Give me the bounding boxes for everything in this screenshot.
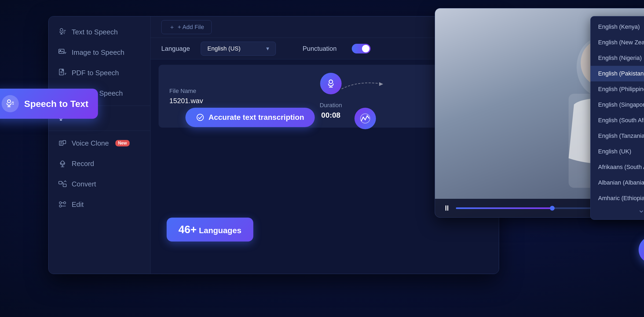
svg-point-42 xyxy=(59,205,61,207)
dropdown-item-6[interactable]: English (South Africa) xyxy=(591,113,644,128)
video-progress-fill xyxy=(456,207,552,209)
file-name-section: File Name 15201.wav xyxy=(169,88,203,105)
languages-badge: 46+ Languages xyxy=(167,218,253,242)
sidebar-label-text-to-speech: Text to Speech xyxy=(72,28,118,36)
dropdown-item-2[interactable]: English (Nigeria) xyxy=(591,50,644,66)
svg-point-0 xyxy=(60,28,63,31)
chevron-down-icon: ▾ xyxy=(266,45,269,52)
dashed-arrow xyxy=(342,81,385,97)
sidebar-item-convert[interactable]: Convert xyxy=(49,174,150,194)
sidebar-label-pdf-to-speech: PDF to Speech xyxy=(72,69,119,77)
svg-marker-47 xyxy=(379,82,383,86)
sidebar-label-voice-clone: Voice Clone xyxy=(72,139,109,147)
duration-section: Duration 00:08 xyxy=(320,73,342,120)
sidebar-item-text-to-speech[interactable]: Text to Speech xyxy=(49,22,150,42)
sidebar-item-edit[interactable]: Edit xyxy=(49,194,150,215)
notification-icon[interactable]: T xyxy=(639,236,644,263)
new-badge: New xyxy=(115,140,130,146)
selected-language-text: English (US) xyxy=(207,45,240,52)
record-icon xyxy=(58,159,67,168)
scene: Text to Speech Image to Speech xyxy=(0,0,644,317)
accurate-badge: Accurate text transcription xyxy=(185,108,315,127)
svg-point-55 xyxy=(8,100,10,103)
sidebar-item-image-to-speech[interactable]: Image to Speech xyxy=(49,42,150,63)
dropdown-item-4[interactable]: English (Philippines) xyxy=(591,81,644,97)
edit-icon xyxy=(58,200,67,209)
sidebar-label-image-to-speech: Image to Speech xyxy=(72,48,125,57)
svg-point-53 xyxy=(361,114,370,123)
dropdown-item-9[interactable]: Afrikaans (South Africa) xyxy=(591,159,644,175)
pdf-speech-icon xyxy=(58,69,67,77)
app-window: Text to Speech Image to Speech xyxy=(48,16,499,274)
svg-rect-38 xyxy=(63,184,66,187)
punctuation-label: Punctuation xyxy=(303,45,337,52)
svg-point-44 xyxy=(329,80,333,84)
duration-label: Duration xyxy=(320,102,342,109)
sidebar-label-convert: Convert xyxy=(72,180,96,188)
svg-point-34 xyxy=(61,161,64,164)
accurate-text: Accurate text transcription xyxy=(208,113,304,122)
language-dropdown: English (Kenya) English (New Zealand) En… xyxy=(590,16,644,220)
language-select[interactable]: English (US) ▾ xyxy=(201,42,276,56)
dropdown-item-8[interactable]: English (UK) xyxy=(591,144,644,159)
languages-text: Languages xyxy=(199,226,241,235)
pause-button[interactable]: ⏸ xyxy=(443,204,451,212)
sidebar-item-record[interactable]: Record xyxy=(49,153,150,174)
file-name-value: 15201.wav xyxy=(169,97,203,105)
language-label: Language xyxy=(161,45,190,52)
dropdown-item-0[interactable]: English (Kenya) xyxy=(591,19,644,35)
mic-circle-icon xyxy=(320,73,342,94)
punctuation-toggle[interactable] xyxy=(352,44,371,53)
svg-point-54 xyxy=(197,114,203,121)
dropdown-scroll-down[interactable] xyxy=(591,206,644,217)
speech-text-btn-icon xyxy=(2,95,19,112)
sidebar-item-voice-clone[interactable]: Voice Clone New xyxy=(49,133,150,153)
svg-point-40 xyxy=(64,202,66,204)
voice-clone-icon xyxy=(58,139,67,147)
languages-num: 46+ xyxy=(178,224,197,235)
svg-point-39 xyxy=(59,202,61,204)
plus-icon: ＋ xyxy=(169,23,175,31)
image-speech-icon xyxy=(58,48,67,57)
svg-rect-37 xyxy=(59,181,62,184)
add-file-button[interactable]: ＋ + Add File xyxy=(161,20,212,34)
speech-to-text-label: Speech to Text xyxy=(24,99,88,109)
speech-to-text-button[interactable]: Speech to Text xyxy=(0,89,98,119)
dropdown-item-10[interactable]: Albanian (Albania) xyxy=(591,175,644,190)
checkmark-circle-icon xyxy=(196,113,204,121)
dropdown-item-5[interactable]: English (Singapore) xyxy=(591,97,644,113)
dropdown-item-1[interactable]: English (New Zealand) xyxy=(591,35,644,50)
equalizer-icon xyxy=(354,108,376,129)
sidebar-label-edit: Edit xyxy=(72,200,84,209)
sidebar-divider-2 xyxy=(49,131,150,131)
video-progress-dot xyxy=(550,206,555,211)
svg-rect-33 xyxy=(63,141,66,144)
add-file-label: + Add File xyxy=(178,24,204,31)
dropdown-item-11[interactable]: Amharic (Ethiopia) xyxy=(591,190,644,206)
sidebar: Text to Speech Image to Speech xyxy=(49,16,151,274)
dropdown-item-7[interactable]: English (Tanzania) xyxy=(591,128,644,144)
svg-rect-6 xyxy=(59,49,64,53)
dropdown-item-3[interactable]: English (Pakistan) xyxy=(591,66,644,81)
duration-value: 00:08 xyxy=(321,111,341,120)
convert-icon xyxy=(58,180,67,188)
mic-text-icon xyxy=(58,28,67,36)
sidebar-item-pdf-to-speech[interactable]: PDF to Speech xyxy=(49,63,150,83)
sidebar-label-record: Record xyxy=(72,160,94,168)
file-name-label: File Name xyxy=(169,88,203,95)
